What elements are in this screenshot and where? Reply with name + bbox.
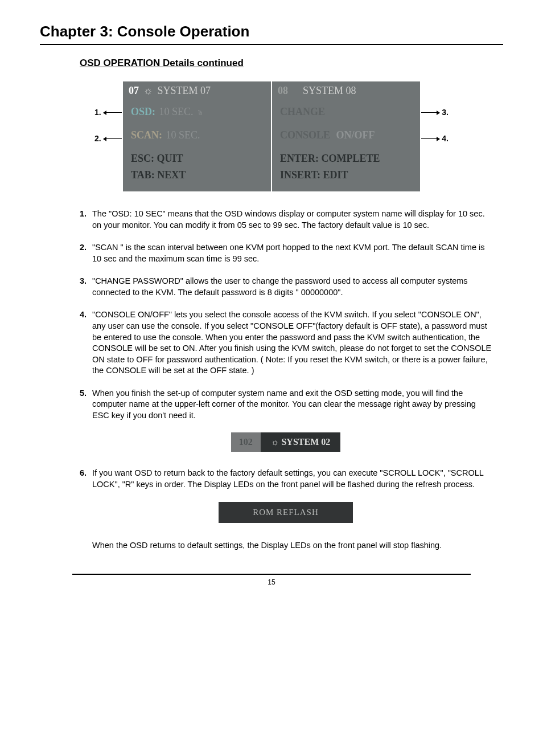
esc-quit: ESC: QUIT <box>123 147 271 167</box>
list-num: 1. <box>80 209 92 231</box>
list-item: 1. The "OSD: 10 SEC" means that the OSD … <box>80 209 492 231</box>
list-num: 6. <box>80 468 92 490</box>
list-text: "CONSOLE ON/OFF" lets you select the con… <box>92 309 492 376</box>
chapter-title: Chapter 3: Console Operation <box>40 23 503 45</box>
list-num: 3. <box>80 276 92 298</box>
osd-left-num: 07 <box>129 85 139 97</box>
page-number: 15 <box>268 578 275 586</box>
osd-value: 10 SEC. <box>159 106 194 117</box>
insert-edit: INSERT: EDIT <box>272 167 420 186</box>
change-label: CHANGE <box>280 106 325 117</box>
small-osd-figure: 102 ☼SYSTEM 02 <box>80 432 492 452</box>
scan-label: SCAN: <box>131 129 162 141</box>
small-osd-num: 102 <box>231 432 261 452</box>
console-value: ON/OFF <box>336 129 375 141</box>
list-item: 6. If you want OSD to return back to the… <box>80 468 492 490</box>
list-text: "SCAN " is the scan interval between one… <box>92 242 492 264</box>
tab-next: TAB: NEXT <box>123 167 271 186</box>
rom-figure: ROM REFLASH <box>80 502 492 523</box>
callout-3: 3. <box>421 108 449 117</box>
console-label: CONSOLE <box>280 129 330 141</box>
list-text: When you finish the set-up of computer s… <box>92 388 492 422</box>
callout-2: 2. <box>94 134 122 143</box>
list-num: 4. <box>80 309 92 376</box>
sun-icon: ☼ <box>143 85 153 97</box>
list-text: The "OSD: 10 SEC" means that the OSD win… <box>92 209 492 231</box>
closing-text: When the OSD returns to default settings… <box>92 540 492 551</box>
osd-right-panel: 08 SYSTEM 08 CHANGE CONSOLE ON/OFF ENTER… <box>272 81 420 191</box>
list-item: 2. "SCAN " is the scan interval between … <box>80 242 492 264</box>
content-body: 1. The "OSD: 10 SEC" means that the OSD … <box>80 209 492 551</box>
osd-label: OSD: <box>131 106 155 117</box>
enter-complete: ENTER: COMPLETE <box>272 147 420 167</box>
list-item: 5. When you finish the set-up of compute… <box>80 388 492 422</box>
osd-screenshot: 1. 2. 07 ☼ SYSTEM 07 OSD: 10 SEC. 🖱 SCAN… <box>40 81 503 191</box>
scan-value: 10 SEC. <box>166 129 200 141</box>
rom-reflash-box: ROM REFLASH <box>219 502 353 523</box>
small-osd-text: ☼SYSTEM 02 <box>261 432 340 452</box>
list-num: 5. <box>80 388 92 422</box>
mouse-icon: 🖱 <box>197 109 204 117</box>
list-text: If you want OSD to return back to the fa… <box>92 468 492 490</box>
page-footer: 15 <box>72 574 471 586</box>
osd-right-num: 08 <box>278 85 288 97</box>
list-item: 3. "CHANGE PASSWORD" allows the user to … <box>80 276 492 298</box>
osd-left-panel: 07 ☼ SYSTEM 07 OSD: 10 SEC. 🖱 SCAN: 10 S… <box>123 81 271 191</box>
list-num: 2. <box>80 242 92 264</box>
osd-right-header: SYSTEM 08 <box>303 85 356 97</box>
callout-1: 1. <box>94 108 122 117</box>
list-item: 4. "CONSOLE ON/OFF" lets you select the … <box>80 309 492 376</box>
callout-4: 4. <box>421 134 449 143</box>
sun-icon: ☼ <box>271 437 279 447</box>
list-text: "CHANGE PASSWORD" allows the user to cha… <box>92 276 492 298</box>
osd-left-header: SYSTEM 07 <box>158 85 211 97</box>
section-heading: OSD OPERATION Details continued <box>80 58 503 69</box>
